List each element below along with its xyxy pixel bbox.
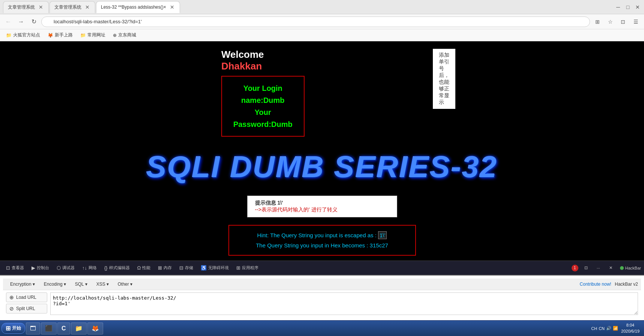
taskbar-app-4-icon: 📁 (75, 325, 83, 332)
minimize-button[interactable]: ─ (615, 4, 621, 11)
sql-label: SQL (75, 282, 84, 287)
encryption-label: Encryption (10, 282, 32, 287)
extensions-button[interactable]: ⊡ (618, 17, 628, 27)
debugger-icon: ⬡ (57, 265, 61, 271)
tab-2[interactable]: 文章管理系统 ✕ (50, 1, 95, 13)
title-bar: 文章管理系统 ✕ 文章管理系统 ✕ Less-32 **Bypass addsl… (0, 0, 644, 14)
error-count: 1 (572, 265, 578, 271)
top-content: Welcome Dhakkan Your Login name:Dumb You… (221, 49, 423, 142)
webpage-inner: Welcome Dhakkan Your Login name:Dumb You… (8, 49, 636, 259)
taskbar-app-1[interactable]: 🗔 (26, 322, 40, 334)
sqli-title-container: SQLI DUMB SERIES-32 (8, 146, 636, 188)
devtool-expand[interactable]: ⊡ (581, 264, 591, 272)
perf-icon: Ω (137, 265, 141, 271)
devtool-memory[interactable]: ⊠ 内存 (155, 264, 175, 272)
load-url-icon: ⊕ (9, 294, 14, 300)
note-box: 添加单引号后，也能够正常显示 (433, 49, 455, 109)
maximize-button[interactable]: □ (624, 4, 631, 11)
hackbar-xss-menu[interactable]: XSS ▾ (92, 280, 113, 288)
bookmark-common-icon: 📁 (80, 33, 86, 38)
devtool-close[interactable]: ✕ (606, 264, 615, 272)
taskbar-sys-icons: CH CN 🔊 📶 (591, 326, 618, 331)
forward-button[interactable]: → (16, 17, 26, 27)
contribute-text: Contribute now! (580, 282, 611, 287)
address-bar[interactable]: localhost/sqli-labs-master/Less-32/?id=1… (41, 17, 590, 27)
bookmark-common[interactable]: 📁 常用网址 (77, 31, 108, 39)
load-url-label: Load URL (16, 295, 36, 300)
style-label: 样式编辑器 (109, 265, 130, 271)
taskbar-app-3-icon: C (62, 325, 66, 332)
tab-2-label: 文章管理系统 (54, 4, 81, 11)
tab-3[interactable]: Less-32 **Bypass addslashes()× ✕ (96, 1, 180, 13)
split-url-label: Split URL (16, 306, 35, 311)
bookmark-jd[interactable]: ⊕ 京东商城 (110, 31, 139, 39)
taskbar-app-4[interactable]: 📁 (71, 322, 87, 334)
hackbar-sql-menu[interactable]: SQL ▾ (71, 280, 92, 288)
bookmark-firefox[interactable]: 📁 火狐官方站点 (3, 31, 43, 39)
devtool-apps[interactable]: ⊞ 应用程序 (233, 264, 261, 272)
tab-1-close[interactable]: ✕ (38, 4, 44, 10)
taskbar-cn-label: CN (599, 326, 605, 331)
bookmark-newuser-icon: 🦊 (48, 33, 53, 38)
hackbar-encoding-menu[interactable]: Encoding ▾ (40, 280, 70, 288)
url-input[interactable]: http://localhost/sqli-labs-master/Less-3… (50, 292, 638, 315)
bookmark-common-label: 常用网址 (87, 32, 105, 38)
browser-window: 文章管理系统 ✕ 文章管理系统 ✕ Less-32 **Bypass addsl… (0, 0, 644, 336)
devtool-debugger[interactable]: ⬡ 调试器 (54, 264, 78, 272)
console-label: 控制台 (37, 265, 49, 271)
storage-label: 存储 (185, 265, 193, 271)
tab-3-close[interactable]: ✕ (169, 4, 175, 10)
bookmark-button[interactable]: ☆ (605, 17, 615, 27)
bookmark-newuser-label: 新手上路 (55, 32, 73, 38)
hint-text-line2: The Query String you input in Hex become… (237, 240, 408, 250)
devtool-storage[interactable]: ⊟ 存储 (176, 264, 196, 272)
hackbar-encryption-menu[interactable]: Encryption ▾ (6, 280, 39, 288)
hackbar-contribute[interactable]: Contribute now! HackBar v2 (580, 282, 638, 287)
style-icon: {} (104, 265, 108, 271)
bookmarks-bar: 📁 火狐官方站点 🦊 新手上路 📁 常用网址 ⊕ 京东商城 (0, 29, 644, 41)
devtool-perf[interactable]: Ω 性能 (134, 264, 154, 272)
devtool-more[interactable]: ··· (594, 264, 603, 272)
taskbar-app-3[interactable]: C (57, 322, 70, 334)
devtool-network[interactable]: ↑↓ 网络 (79, 264, 100, 272)
address-bar-wrapper: 🔒 localhost/sqli-labs-master/Less-32/?id… (41, 17, 590, 27)
load-url-button[interactable]: ⊕ Load URL (6, 292, 47, 302)
address-text: localhost/sqli-labs-master/Less-32/?id=1… (54, 19, 142, 24)
devtool-inspect[interactable]: ⊡ 查看器 (3, 264, 27, 272)
start-button[interactable]: ⊞ 开始 (2, 323, 25, 334)
hint-box: Hint: The Query String you input is esca… (228, 225, 416, 256)
split-url-button[interactable]: ⊘ Split URL (6, 304, 47, 313)
devtools-right: 1 ⊡ ··· ✕ HackBar (572, 264, 641, 272)
hackbar-label: HackBar (620, 266, 641, 270)
bookmark-jd-icon: ⊕ (113, 33, 117, 38)
taskbar-time: 8:04 (621, 322, 639, 328)
taskbar-app-5[interactable]: 🦊 (87, 322, 103, 334)
taskbar-app-2-icon: ⬛ (45, 325, 53, 332)
hackbar-other-menu[interactable]: Other ▾ (114, 280, 137, 288)
other-arrow: ▾ (130, 282, 132, 287)
console-icon: ▶ (32, 265, 35, 271)
devtool-a11y[interactable]: ♿ 无障碍环境 (198, 264, 232, 272)
taskbar-app-2[interactable]: ⬛ (41, 322, 57, 334)
browser-content: Welcome Dhakkan Your Login name:Dumb You… (0, 41, 644, 320)
refresh-button[interactable]: ↻ (29, 17, 39, 27)
devtool-style[interactable]: {} 样式编辑器 (101, 264, 133, 272)
tab-1[interactable]: 文章管理系统 ✕ (3, 1, 49, 13)
other-label: Other (118, 282, 129, 287)
debugger-label: 调试器 (62, 265, 75, 271)
memory-icon: ⊠ (158, 265, 162, 271)
window-controls: ─ □ ✕ (615, 4, 641, 11)
bookmark-newuser[interactable]: 🦊 新手上路 (45, 31, 76, 39)
back-button[interactable]: ← (3, 17, 14, 27)
tab-2-close[interactable]: ✕ (84, 4, 90, 10)
reader-mode-button[interactable]: ⊞ (592, 17, 603, 27)
devtool-console[interactable]: ▶ 控制台 (29, 264, 52, 272)
close-button[interactable]: ✕ (634, 4, 641, 11)
hackbar-label-text: HackBar (625, 266, 641, 270)
tab-3-label: Less-32 **Bypass addslashes()× (101, 5, 166, 10)
navigation-bar: ← → ↻ 🔒 localhost/sqli-labs-master/Less-… (0, 14, 644, 29)
menu-button[interactable]: ☰ (630, 17, 641, 27)
inspect-icon: ⊡ (6, 265, 10, 271)
sql-arrow: ▾ (85, 282, 87, 287)
taskbar-right: CH CN 🔊 📶 8:04 2020/6/19 (591, 322, 642, 334)
